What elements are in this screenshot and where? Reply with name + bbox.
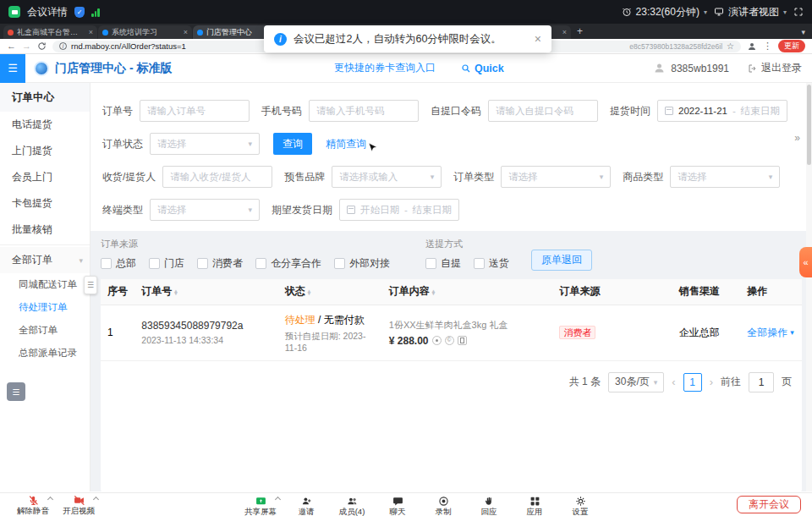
sidebar-item-hq-dispatch[interactable]: 总部派单记录 (0, 342, 90, 365)
close-icon[interactable]: × (184, 28, 188, 36)
close-icon[interactable]: × (562, 28, 567, 36)
sort-icon[interactable]: ▴▾ (432, 289, 435, 295)
chat-button[interactable]: 聊天 (375, 493, 420, 516)
sidebar-item-phone-pickup[interactable]: 电话提货 (0, 112, 90, 138)
settings-button[interactable]: 设置 (557, 493, 603, 516)
original-order-return-button[interactable]: 原单退回 (531, 250, 592, 271)
checkbox-consumer[interactable]: 消费者 (197, 256, 243, 271)
col-order-no[interactable]: 订单号▴▾ (134, 279, 277, 305)
checkbox-hq[interactable]: 总部 (101, 256, 136, 271)
checkbox-warehouse-coop[interactable]: 仓分享合作 (255, 256, 321, 271)
order-type-select[interactable]: 请选择 ▾ (501, 166, 611, 188)
profile-icon[interactable] (747, 41, 757, 52)
order-no-input[interactable] (140, 100, 250, 122)
phone-input[interactable] (309, 100, 419, 122)
invite-button[interactable]: 邀请 (283, 493, 329, 516)
pickup-code-input[interactable] (488, 100, 598, 122)
meeting-detail-label[interactable]: 会议详情 (27, 5, 68, 19)
list-icon: ☰ (13, 387, 20, 397)
scrollbar-thumb[interactable] (807, 85, 811, 165)
username-text[interactable]: 8385wb1991 (671, 63, 729, 74)
checkbox-external[interactable]: 外部对接 (334, 256, 390, 271)
current-page-button[interactable]: 1 (683, 373, 702, 392)
share-screen-button[interactable]: 共享屏幕 (238, 493, 283, 516)
checkbox-self-pickup[interactable]: 自提 (425, 256, 461, 271)
sidebar-drag-handle[interactable]: ☰ (84, 276, 97, 294)
ship-date-range[interactable]: 开始日期 - 结束日期 (339, 199, 459, 221)
checkbox-icon (474, 258, 485, 269)
sort-icon[interactable]: ▴▾ (308, 289, 310, 295)
sidebar-item-card-pickup[interactable]: 卡包提货 (0, 190, 90, 217)
record-button[interactable]: 录制 (420, 493, 466, 516)
page-size-select[interactable]: 30条/页 ▾ (608, 372, 664, 392)
chevron-up-icon[interactable] (47, 496, 53, 502)
brand-select[interactable]: 请选择或输入 ▾ (332, 166, 442, 188)
prev-page-icon[interactable]: ‹ (672, 376, 675, 388)
collapse-panel-icon[interactable]: » (794, 132, 798, 144)
receiver-input[interactable] (162, 166, 272, 188)
chevron-down-icon[interactable]: ▾ (783, 8, 787, 16)
sidebar-item-pending-orders[interactable]: 待处理订单 (0, 296, 90, 319)
leave-meeting-button[interactable]: 离开会议 (737, 496, 801, 513)
meeting-timer[interactable]: 23:32(60分钟) ▾ (622, 5, 707, 19)
members-label: 成员(4) (339, 508, 365, 516)
sort-icon[interactable]: ▴▾ (174, 289, 177, 295)
simple-query-link[interactable]: 精简查询 (326, 137, 366, 151)
all-actions-dropdown[interactable]: 全部操作 ▾ (747, 326, 794, 340)
chat-icon (392, 496, 403, 507)
fullscreen-icon[interactable] (793, 7, 804, 17)
chevron-up-icon[interactable] (275, 497, 281, 502)
reaction-button[interactable]: 回应 (466, 493, 512, 516)
select-placeholder: 请选择或输入 (339, 171, 398, 184)
goto-page-input[interactable] (749, 372, 774, 392)
meeting-panel-toggle[interactable]: « (799, 247, 812, 277)
checkbox-store[interactable]: 门店 (149, 256, 184, 271)
sidebar-item-door-pickup[interactable]: 上门提货 (0, 138, 90, 164)
sidebar-item-member-visit[interactable]: 会员上门 (0, 164, 90, 190)
search-button[interactable]: 查询 (273, 133, 312, 155)
sidebar-item-batch-verify[interactable]: 批量核销 (0, 217, 90, 243)
sidebar-item-city-delivery[interactable]: 同城配送订单 (0, 273, 90, 296)
page-scrollbar[interactable] (806, 83, 812, 491)
bookmark-star-icon[interactable]: ☆ (727, 41, 734, 51)
burger-icon: ☰ (87, 281, 94, 289)
start-video-button[interactable]: 开启视频 (56, 493, 102, 516)
next-page-icon[interactable]: › (710, 376, 713, 388)
menu-toggle-button[interactable]: ☰ (0, 54, 25, 83)
quick-query-link[interactable]: 更快捷的券卡查询入口 (334, 61, 436, 75)
site-info-icon[interactable]: i (59, 42, 67, 50)
chevron-down-icon[interactable]: ▾ (704, 8, 707, 16)
sidebar-item-all-orders[interactable]: 全部订单 (0, 319, 90, 342)
col-status[interactable]: 状态▴▾ (278, 279, 382, 305)
refresh-icon[interactable] (37, 41, 47, 51)
quick-search-link[interactable]: Quick (461, 63, 504, 74)
timer-text: 23:32(60分钟) (636, 5, 700, 19)
browser-update-button[interactable]: 更新 (778, 40, 805, 52)
view-mode-switch[interactable]: 演讲者视图 ▾ (714, 5, 787, 19)
terminal-type-select[interactable]: 请选择 ▾ (150, 199, 260, 221)
tab-search-icon[interactable]: ▾ (801, 28, 805, 36)
browser-tab[interactable]: 系统培训学习 × (98, 25, 192, 39)
browser-tab[interactable]: 礼盒商城平台管理中心 × (3, 25, 97, 39)
pickup-date-range[interactable]: 2022-11-21 - 结束日期 (657, 100, 787, 122)
col-content[interactable]: 订单内容▴▾ (382, 279, 553, 305)
goods-type-select[interactable]: 请选择 ▾ (670, 166, 780, 188)
sidebar-group-label: 全部订单 (12, 253, 52, 267)
members-button[interactable]: 成员(4) (329, 493, 375, 516)
forward-icon[interactable]: → (22, 41, 31, 51)
back-icon[interactable]: ← (7, 41, 16, 51)
checkbox-delivery[interactable]: 送货 (474, 256, 509, 271)
browser-menu-icon[interactable]: ⋮ (763, 41, 772, 51)
ship-start-placeholder: 开始日期 (360, 204, 399, 217)
sidebar-group-all-orders[interactable]: 全部订单 ▾ (0, 247, 90, 273)
unmute-button[interactable]: 解除静音 (10, 493, 56, 516)
order-status-select[interactable]: 请选择 ▾ (150, 133, 260, 155)
close-icon[interactable]: × (89, 28, 93, 36)
floating-list-widget[interactable]: ☰ (7, 382, 25, 401)
col-label: 订单内容 (389, 285, 430, 297)
new-tab-button[interactable]: + (577, 25, 583, 37)
chevron-up-icon[interactable] (93, 496, 99, 502)
logout-button[interactable]: 退出登录 (748, 61, 802, 75)
close-icon[interactable]: × (535, 32, 541, 46)
apps-button[interactable]: 应用 (512, 493, 557, 516)
